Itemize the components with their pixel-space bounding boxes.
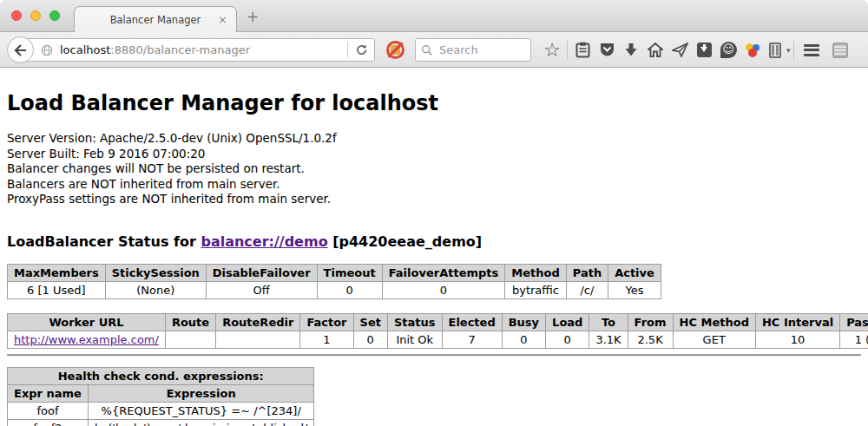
url-host: localhost [60,43,110,56]
balancer-demo-link[interactable]: balancer://demo [201,233,327,250]
smiley-chat-icon[interactable]: ☺ [716,38,740,62]
col-header: DisableFailover [206,264,317,281]
balancer-summary-table: MaxMembers StickySession DisableFailover… [7,264,661,299]
table-title-row: Health check cond. expressions: [8,367,314,384]
inherit-note-line: Balancers are NOT inherited from main se… [7,177,861,193]
cell-path: /c/ [566,281,608,298]
pocket-icon[interactable] [595,38,619,62]
col-header: Active [608,264,661,281]
cell-active: Yes [608,281,661,298]
search-input[interactable] [437,43,516,57]
content-blocked-icon[interactable] [386,41,404,59]
worker-table: Worker URL Route RouteRedir Factor Set S… [7,313,868,349]
toolbar-divider [793,41,794,60]
search-box[interactable] [415,38,531,62]
table-row: foof2 hc('body') =~ /domain is establish… [8,419,314,426]
cell-failoverattempts: 0 [382,281,505,298]
col-header: FailoverAttempts [382,264,505,281]
col-header: RouteRedir [216,313,300,331]
col-header: HC Interval [755,313,839,331]
server-version-line: Server Version: Apache/2.5.0-dev (Unix) … [7,131,861,147]
tab-groups-icon[interactable] [826,38,854,62]
globe-icon [41,44,53,56]
window-minimize-button[interactable] [30,10,41,21]
page-title: Load Balancer Manager for localhost [7,91,861,115]
health-table-title: Health check cond. expressions: [8,367,314,384]
home-icon[interactable] [643,38,667,62]
col-header: HC Method [673,313,755,331]
col-header: Path [566,264,608,281]
smiley-icon: ☺ [720,42,737,58]
table-row: 6 [1 Used] (None) Off 0 0 bytraffic /c/ … [8,281,661,298]
heading-suffix: [p4420eeae_demo] [328,233,483,250]
downloads-icon[interactable] [619,38,643,62]
col-header: Set [353,313,387,331]
cell-method: bytraffic [505,281,566,298]
cell-expr-name: foof [8,402,89,419]
cell-load: 0 [546,331,589,348]
col-header: Status [387,313,442,331]
table-row: foof %{REQUEST_STATUS} =~ /^[234]/ [8,402,314,419]
cell-route [165,331,215,348]
toolbar-icons: ☆ [540,32,854,68]
cell-maxmembers: 6 [1 Used] [8,281,106,298]
health-check-table: Health check cond. expressions: Expr nam… [7,367,314,426]
video-download-icon[interactable] [692,38,716,62]
section-divider [7,354,861,357]
heading-prefix: LoadBalancer Status for [7,233,201,250]
browser-window: Balancer Manager × + localhost:8880/bala… [0,0,868,426]
new-tab-button[interactable]: + [247,10,259,24]
cell-factor: 1 [300,331,353,348]
table-header-row: Worker URL Route RouteRedir Factor Set S… [8,313,868,331]
cell-to: 3.1K [589,331,628,348]
search-icon [421,44,433,56]
cell-expression: hc('body') =~ /domain is established/ [88,419,314,426]
col-header: From [628,313,673,331]
back-button[interactable] [7,36,34,63]
col-header: Passes [840,313,868,331]
table-header-row: Expr name Expression [8,384,314,402]
col-header: Worker URL [8,313,166,331]
cell-status: Init Ok [387,331,442,348]
bookmarks-clipboard-icon[interactable] [570,38,595,62]
container-extension-icon[interactable] [765,38,786,62]
loadbalancer-status-heading: LoadBalancer Status for balancer://demo … [7,233,861,250]
cell-expr-name: foof2 [8,419,89,426]
navigation-bar: localhost:8880/balancer-manager [0,32,868,68]
cell-set: 0 [353,331,387,348]
proxypass-note-line: ProxyPass settings are NOT inherited fro… [7,192,861,207]
tab-close-icon[interactable]: × [218,13,227,26]
url-text: localhost:8880/balancer-manager [60,43,250,56]
persist-note-line: Balancer changes will NOT be persisted o… [7,161,861,177]
tab-balancer-manager[interactable]: Balancer Manager × [74,6,237,32]
col-header: Load [546,313,589,331]
bookmark-star-icon[interactable]: ☆ [540,38,564,62]
cell-hc-interval: 10 [755,331,839,348]
cell-elected: 7 [442,331,502,348]
url-path: :8880/balancer-manager [110,43,250,56]
menu-hamburger-icon[interactable] [797,38,826,62]
col-header: Factor [300,313,353,331]
reload-button[interactable] [348,43,374,56]
toolbar-divider [567,41,568,60]
col-header: Route [165,313,215,331]
cell-stickysession: (None) [105,281,206,298]
worker-row: http://www.example.com/ 1 0 Init Ok 7 0 … [8,331,868,348]
col-header: Timeout [317,264,382,281]
cell-disablefailover: Off [206,281,317,298]
cell-timeout: 0 [317,281,382,298]
col-header: Busy [502,313,545,331]
send-paper-plane-icon[interactable] [667,38,692,62]
url-bar[interactable]: localhost:8880/balancer-manager [21,38,375,62]
cell-hc-method: GET [673,331,755,348]
table-header-row: MaxMembers StickySession DisableFailover… [8,264,661,281]
col-header: Elected [442,313,502,331]
worker-url-link[interactable]: http://www.example.com/ [14,333,159,346]
colored-dots-extension-icon[interactable] [740,38,765,62]
toolbar-caret-icon[interactable]: ▾ [786,46,791,55]
cell-expression: %{REQUEST_STATUS} =~ /^[234]/ [88,402,314,419]
cell-passes: 1 (0) [840,331,868,348]
page-content: Load Balancer Manager for localhost Serv… [0,91,868,426]
window-close-button[interactable] [11,10,22,21]
window-zoom-button[interactable] [49,10,60,21]
